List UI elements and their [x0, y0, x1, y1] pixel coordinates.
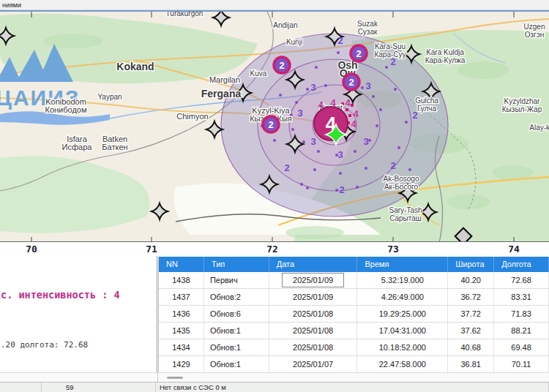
table-row[interactable]: 1434Обнов:12025/01/0810.18:52.00040.6869…: [159, 339, 549, 356]
table-cell[interactable]: 10.18:52.000: [357, 339, 448, 355]
table-cell[interactable]: 2025/01/08: [269, 306, 358, 322]
column-header-Дата[interactable]: Дата: [269, 257, 358, 272]
table-cell[interactable]: Обнов:1: [204, 339, 269, 355]
table-cell[interactable]: 19.29:25.000: [357, 306, 448, 322]
intensity-value-label: 3: [363, 136, 368, 147]
aftershock-dot: [394, 88, 397, 91]
table-cell[interactable]: 88.21: [494, 323, 549, 339]
table-cell[interactable]: 1437: [159, 289, 204, 305]
city-label-cyrillic: Ак-Босого: [384, 183, 419, 191]
menu-bar[interactable]: ниями: [0, 0, 549, 10]
table-header-row: NNТипДатаВремяШиротаДолгота: [159, 257, 549, 272]
table-cell[interactable]: 2025/01/09: [269, 272, 358, 288]
table-cell[interactable]: 40.20: [448, 272, 494, 288]
table-row[interactable]: 1429Обнов:12025/01/0722.47:58.00036.8170…: [159, 356, 549, 373]
table-cell[interactable]: 70.11: [494, 356, 549, 372]
table-cell[interactable]: 37.62: [448, 323, 494, 339]
aftershock-cluster-dot: [348, 114, 351, 117]
city-label: Kyzyldzhar: [504, 97, 541, 105]
intensity-value-label: 2: [337, 35, 343, 46]
city-label: Gulcha: [415, 97, 438, 105]
aftershock-dot: [361, 86, 364, 89]
table-cell[interactable]: 36.81: [448, 356, 494, 372]
table-cell[interactable]: 83.31: [494, 289, 549, 305]
table-cell[interactable]: 71.83: [494, 306, 549, 322]
selected-date-cell[interactable]: 2025/01/09: [282, 273, 344, 287]
event-info-panel: с. интенсивность : 4 .20 долгота: 72.68 …: [0, 256, 157, 372]
table-cell[interactable]: 72.68: [494, 272, 549, 288]
table-cell[interactable]: 2025/01/07: [269, 356, 358, 372]
table-cell[interactable]: 1435: [159, 323, 204, 339]
table-cell[interactable]: 2025/01/08: [269, 323, 358, 339]
table-cell[interactable]: 36.72: [448, 289, 494, 305]
felt-report-marker[interactable]: 2: [351, 45, 367, 61]
table-cell[interactable]: 2025/01/09: [269, 289, 358, 305]
seismic-monitor-window: ниями: [0, 0, 549, 392]
table-row[interactable]: 1435Обнов:12025/01/0817.04:31.00037.6288…: [159, 323, 549, 339]
table-cell[interactable]: Обнов:1: [204, 323, 269, 339]
table-cell[interactable]: Первич: [204, 272, 269, 288]
table-body[interactable]: 1438Первич2025/01/095.32:19.00040.2072.6…: [159, 272, 549, 373]
table-cell[interactable]: 37.72: [448, 306, 494, 322]
column-header-Долгота[interactable]: Долгота: [494, 257, 549, 272]
table-row[interactable]: 1436Обнов:62025/01/0819.29:25.00037.7271…: [159, 306, 549, 323]
longitude-axis: 7071727374: [0, 241, 549, 256]
table-cell[interactable]: Обнов:6: [204, 306, 269, 322]
city-label-cyrillic: Сузак: [358, 28, 378, 36]
menu-item-label[interactable]: ниями: [2, 1, 21, 9]
table-cell[interactable]: 17.04:31.000: [357, 323, 448, 339]
column-header-Широта[interactable]: Широта: [448, 257, 494, 272]
felt-report-marker[interactable]: 2: [343, 74, 359, 90]
table-cell[interactable]: 1436: [159, 306, 204, 322]
table-cell[interactable]: 22.47:58.000: [357, 356, 448, 372]
aftershock-dot: [337, 51, 340, 54]
table-row[interactable]: 1438Первич2025/01/095.32:19.00040.2072.6…: [159, 272, 549, 289]
felt-report-marker[interactable]: 2: [274, 57, 290, 73]
longitude-label: 72: [263, 244, 282, 255]
table-cell[interactable]: 1438: [159, 272, 204, 288]
city-label-cyrillic: Кызыл-Жар: [502, 105, 542, 113]
city-label-cyrillic: Гулча: [417, 105, 436, 113]
aftershock-dot: [313, 168, 316, 171]
column-header-NN[interactable]: NN: [159, 257, 204, 272]
table-cell[interactable]: 40.68: [448, 339, 494, 355]
intensity-value-label: 3: [310, 136, 315, 147]
column-header-Тип[interactable]: Тип: [204, 257, 269, 272]
events-table[interactable]: NNТипДатаВремяШиротаДолгота 1438Первич20…: [158, 257, 549, 372]
table-cell[interactable]: 5.32:19.000: [357, 272, 448, 288]
aftershock-dot: [315, 66, 318, 69]
longitude-label: 71: [142, 244, 161, 255]
intensity-value-label: 4: [353, 108, 359, 119]
aftershock-dot: [405, 121, 408, 124]
intensity-value-label: 3: [337, 149, 343, 160]
column-header-Время[interactable]: Время: [357, 257, 448, 272]
table-cell[interactable]: 1429: [159, 356, 204, 372]
table-cell[interactable]: 2025/01/08: [269, 339, 358, 355]
aftershock-dot: [397, 146, 400, 149]
aftershock-dot: [324, 84, 327, 87]
coordinates-line: .20 долгота: 72.68: [1, 340, 157, 350]
city-label: Kara-Suu: [375, 42, 406, 50]
city-label: Alay-ku: [529, 124, 549, 132]
aftershock-dot: [339, 172, 342, 175]
table-cell[interactable]: 1434: [159, 339, 204, 355]
felt-report-marker[interactable]: 2: [263, 116, 279, 132]
map-panel[interactable]: ЦАИИЗ TurakurgonAndijanKunjiSuzakСузакKa…: [0, 10, 549, 241]
map-canvas[interactable]: ЦАИИЗ TurakurgonAndijanKunjiSuzakСузакKa…: [0, 12, 549, 243]
intensity-value-label: 3: [310, 82, 315, 93]
aftershock-dot: [385, 66, 388, 69]
city-label-cyrillic: Конибодом: [45, 105, 86, 114]
table-cell[interactable]: 69.48: [494, 339, 549, 355]
city-label: Suzak: [357, 20, 378, 28]
table-cell[interactable]: Обнов:2: [204, 289, 269, 305]
scrollbar-thumb[interactable]: [167, 377, 183, 379]
table-cell[interactable]: Обнов:1: [204, 356, 269, 372]
table-cell[interactable]: 4.26:49.000: [357, 289, 448, 305]
max-intensity-line: с. интенсивность : 4: [1, 289, 157, 301]
horizontal-scrollbar[interactable]: [0, 372, 549, 382]
aftershock-dot: [372, 95, 375, 98]
table-row[interactable]: 1437Обнов:22025/01/094.26:49.00036.7283.…: [159, 289, 549, 306]
city-label: Kunji: [286, 38, 302, 46]
intensity-value-label: 2: [390, 56, 395, 67]
city-label: Turakurgon: [166, 12, 203, 18]
